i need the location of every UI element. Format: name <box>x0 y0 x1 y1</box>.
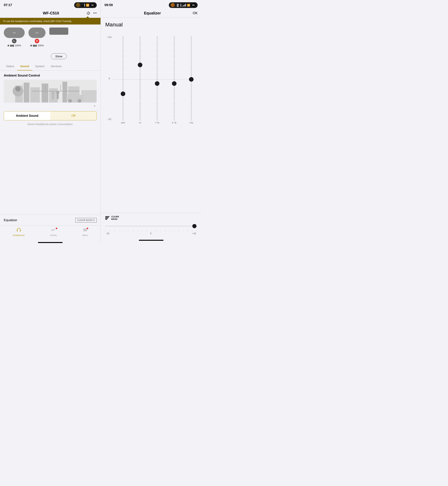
left-earbud-knob <box>13 32 16 33</box>
left-content: Ambient Sound Control <box>0 71 101 215</box>
eq-chart: +10 0 -10 <box>105 32 197 124</box>
left-earbud-badge: L <box>12 39 16 43</box>
right-earbud-item: R ⬢ ▮▮▮ 100% <box>28 27 46 47</box>
eq-thumb-400[interactable] <box>121 91 125 96</box>
eq-thumb-1k[interactable] <box>138 63 143 67</box>
device-title: WF-C510 <box>43 11 59 15</box>
freq-label-400: 400 <box>121 122 125 124</box>
clear-bass-section: CLEAR BASS <box>101 213 201 239</box>
bottom-nav: Headphones Activity Menu <box>0 226 101 241</box>
y-label-minus10: -10 <box>108 118 111 121</box>
bluetooth-icon-left: ⬢ <box>8 44 9 47</box>
ambient-sound-button[interactable]: Ambient Sound <box>4 111 50 120</box>
left-status-pill: 📶 92 <box>74 2 97 8</box>
svg-rect-4 <box>42 83 48 103</box>
headphones-nav-label: Headphones <box>13 234 24 236</box>
left-home-indicator <box>38 242 63 243</box>
right-header: Equalizer OK <box>101 9 201 18</box>
equalizer-label: Equalizer <box>4 218 17 222</box>
case-item: Show <box>49 27 68 59</box>
clear-bass-scale: -10 0 +10 <box>105 232 197 235</box>
activity-nav-label: Activity <box>50 234 57 236</box>
bluetooth-icon-right: ⬢ <box>30 44 32 47</box>
freq-label-16k: 16k <box>189 122 193 124</box>
svg-rect-3 <box>30 87 40 103</box>
ambient-section-title: Ambient Sound Control <box>4 74 97 77</box>
left-earbud-item: L ⬢ ▮▮▮ 100% <box>4 27 25 47</box>
menu-nav-label: Menu <box>82 234 88 236</box>
right-home-indicator <box>139 240 163 241</box>
freq-label-6k3: 6,3k <box>172 122 176 124</box>
ambient-hint: Saves headphone power consumption. <box>4 123 97 126</box>
tab-services[interactable]: Services <box>48 62 65 70</box>
more-button[interactable]: ••• <box>93 11 97 15</box>
audio-wave-icon: ▐▌▐ <box>176 4 181 7</box>
clear-bass-header: CLEAR BASS <box>105 215 197 220</box>
clear-bass-ticks <box>105 230 197 232</box>
tab-status[interactable]: Status <box>3 62 17 70</box>
tab-system[interactable]: System <box>32 62 48 70</box>
show-button[interactable]: Show <box>51 53 67 59</box>
cb-max-label: +10 <box>192 232 196 235</box>
right-status-bar: 09:59 ▐▌▐ 📶 84 <box>101 0 201 9</box>
ok-button[interactable]: OK <box>193 11 198 15</box>
power-button[interactable]: ⏻ <box>87 11 90 15</box>
right-earbud-shape <box>28 27 46 38</box>
nav-item-headphones[interactable]: Headphones <box>13 228 24 236</box>
eq-content: Manual +10 0 -10 <box>101 18 201 213</box>
tab-sound[interactable]: Sound <box>17 62 32 70</box>
eq-thumb-6k3[interactable] <box>172 81 176 86</box>
cb-min-label: -10 <box>106 232 109 235</box>
eq-mode-title: Manual <box>105 22 197 28</box>
left-panel: 07:17 📶 92 WF-C510 ⏻ ••• To use the head… <box>0 0 101 243</box>
right-panel: 09:59 ▐▌▐ 📶 84 Equalizer OK Manual +10 <box>101 0 201 243</box>
svg-rect-2 <box>24 82 29 103</box>
left-earbud-shape <box>4 27 25 38</box>
left-time: 07:17 <box>4 3 12 7</box>
battery-icon-left: ▮▮▮ <box>10 44 14 47</box>
chevron-up-icon: ⌃ <box>93 105 96 109</box>
cb-zero-label: 0 <box>150 232 152 235</box>
right-battery-info: ⬢ ▮▮▮ 100% <box>30 44 44 47</box>
right-earbud-badge: R <box>35 39 39 43</box>
y-label-0: 0 <box>109 77 110 80</box>
header-actions: ⏻ ••• <box>87 11 97 15</box>
left-battery-info: ⬢ ▮▮▮ 100% <box>8 44 21 47</box>
left-status-bar: 07:17 📶 92 <box>0 0 101 9</box>
collapse-chevron[interactable]: ⌃ <box>4 104 97 111</box>
svg-rect-20 <box>57 94 59 99</box>
right-battery: 84 <box>191 4 196 7</box>
equalizer-row[interactable]: Equalizer CLEAR BASS 0 <box>0 215 101 226</box>
earbud-case-shape <box>49 27 68 35</box>
clear-bass-label: CLEAR BASS <box>111 215 119 220</box>
y-label-plus10: +10 <box>107 36 111 39</box>
ambient-image <box>4 80 97 103</box>
right-wifi-icon: 📶 <box>187 4 190 7</box>
nav-item-activity[interactable]: Activity <box>50 228 57 236</box>
activity-notification-dot <box>56 228 57 229</box>
freq-label-1k: 1k <box>139 122 142 124</box>
off-button[interactable]: Off <box>50 111 96 120</box>
right-status-pill: ▐▌▐ 📶 84 <box>169 2 198 8</box>
eq-svg: +10 0 -10 <box>105 32 197 124</box>
svg-rect-18 <box>52 95 54 99</box>
eq-thumb-2k5[interactable] <box>155 81 160 86</box>
tutorial-tooltip: To use the headphones comfortably, check… <box>0 18 101 25</box>
avatar <box>76 3 80 7</box>
ambient-toggle-group: Ambient Sound Off <box>4 111 97 120</box>
nav-item-menu[interactable]: Menu <box>82 228 88 236</box>
clear-bass-badge: CLEAR BASS 0 <box>75 218 97 222</box>
svg-point-17 <box>51 91 55 95</box>
left-header: WF-C510 ⏻ ••• <box>0 9 101 18</box>
activity-icon <box>51 228 56 233</box>
clear-bass-thumb[interactable] <box>192 224 197 228</box>
right-avatar <box>171 3 175 7</box>
wifi-icon: 📶 <box>86 4 89 7</box>
right-earbud-knob <box>35 32 39 33</box>
eq-thumb-16k[interactable] <box>189 77 194 82</box>
battery-icon-right: ▮▮▮ <box>33 44 37 47</box>
right-signal-bars <box>183 4 186 7</box>
ambient-scene-svg <box>4 80 97 103</box>
svg-point-13 <box>15 86 21 91</box>
clear-bass-slider[interactable] <box>105 222 197 230</box>
